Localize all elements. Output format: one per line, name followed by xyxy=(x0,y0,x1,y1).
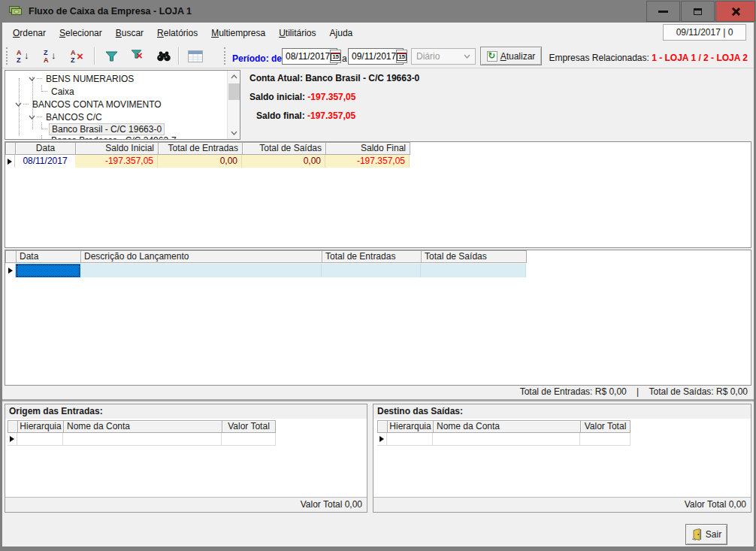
tree-item-bens-numerarios[interactable]: BENS NUMERARIOS xyxy=(5,72,136,85)
search-button[interactable] xyxy=(153,46,175,66)
origem-col-valor-total[interactable]: Valor Total xyxy=(222,420,276,433)
tree-item-bancos-conta-movimento[interactable]: BANCOS CONTA MOVIMENTO xyxy=(5,98,164,111)
period-to-label: a xyxy=(342,53,347,64)
tree-item-partial[interactable]: Banco Bradesco - C/C 34963-7 xyxy=(5,135,179,139)
origem-col-hierarquia[interactable]: Hierarquia xyxy=(17,420,64,433)
cell-data[interactable]: 08/11/2017 xyxy=(15,155,75,168)
cell-hierarquia[interactable] xyxy=(387,433,433,446)
cell-total-entradas[interactable]: 0,00 xyxy=(158,155,242,168)
refresh-icon: ↻ xyxy=(487,51,497,62)
tree-connector xyxy=(37,117,42,117)
menu-item-buscar[interactable]: Buscar xyxy=(109,23,150,43)
destino-panel-footer: Valor Total 0,00 xyxy=(373,497,751,512)
destino-col-nome-conta[interactable]: Nome da Conta xyxy=(433,420,581,433)
row-selector-header xyxy=(8,420,18,433)
sort-ascending-button[interactable]: AZ ↓ xyxy=(13,46,35,66)
menu-item-ajuda[interactable]: Ajuda xyxy=(323,23,360,43)
minimize-button[interactable] xyxy=(646,1,680,22)
sort-clear-button[interactable]: AZ × xyxy=(67,46,89,66)
saldo-final-value: -197.357,05 xyxy=(307,111,355,121)
detail-col-descricao[interactable]: Descrição do Lançamento xyxy=(80,250,322,263)
calendar-from-button[interactable]: 15 xyxy=(330,50,341,63)
saldo-inicial-value: -197.357,05 xyxy=(307,92,355,102)
daily-col-total-saidas[interactable]: Total de Saídas xyxy=(242,142,326,155)
cell-total-saidas[interactable] xyxy=(421,264,526,277)
cell-saldo-final[interactable]: -197.357,05 xyxy=(325,155,410,168)
cell-saldo-inicial[interactable]: -197.357,05 xyxy=(75,155,158,168)
minimize-icon xyxy=(658,11,668,13)
scroll-down-button[interactable] xyxy=(228,127,240,139)
close-icon xyxy=(731,7,740,16)
tree-scrollbar[interactable] xyxy=(227,71,240,139)
date-from-field[interactable]: 08/11/2017 15 xyxy=(282,48,337,65)
sort-za-icon: ZA ↓ xyxy=(44,49,59,64)
detail-col-data[interactable]: Data xyxy=(16,250,81,263)
cell-nome-conta[interactable] xyxy=(63,433,222,446)
date-from-value[interactable]: 08/11/2017 xyxy=(283,51,330,62)
saldo-inicial-label: Saldo inicial: xyxy=(249,92,305,102)
cell-descricao[interactable] xyxy=(80,264,322,277)
exit-button[interactable]: Sair xyxy=(685,524,727,545)
destino-panel: Destino das Saídas: Hierarquia Nome da C… xyxy=(373,404,751,513)
row-marker-icon xyxy=(380,436,384,442)
horizontal-splitter[interactable] xyxy=(2,399,754,401)
daily-col-saldo-final[interactable]: Saldo Final xyxy=(325,142,410,155)
view-mode-value: Diário xyxy=(416,51,440,62)
calendar-to-button[interactable]: 15 xyxy=(396,50,407,63)
report-button[interactable] xyxy=(184,46,207,66)
filter-button[interactable] xyxy=(100,46,122,66)
detail-col-total-entradas[interactable]: Total de Entradas xyxy=(322,250,422,263)
sort-clear-icon: AZ × xyxy=(71,49,86,64)
daily-col-data[interactable]: Data xyxy=(15,142,76,155)
exit-button-label: Sair xyxy=(706,529,721,540)
account-tree: BENS NUMERARIOS Caixa BANCOS CONTA MOVIM… xyxy=(5,70,240,140)
detail-col-total-saidas[interactable]: Total de Saídas xyxy=(421,250,527,263)
row-marker-icon xyxy=(8,268,13,274)
sort-descending-button[interactable]: ZA ↓ xyxy=(40,46,62,66)
maximize-button[interactable] xyxy=(681,1,715,22)
close-button[interactable] xyxy=(715,1,755,22)
menu-item-relatorios[interactable]: Relatórios xyxy=(150,23,204,43)
window-title: Fluxo de Caixa da Empresa - LOJA 1 xyxy=(29,6,192,17)
date-to-value[interactable]: 09/11/2017 xyxy=(349,51,396,62)
refresh-button[interactable]: ↻ Atualizar xyxy=(480,47,542,65)
menu-bar: Ordenar Selecionar Buscar Relatórios Mul… xyxy=(2,23,754,44)
cell-nome-conta[interactable] xyxy=(433,433,580,446)
chevron-expanded-icon xyxy=(28,77,35,81)
door-icon xyxy=(691,528,702,540)
scroll-up-button[interactable] xyxy=(228,71,240,83)
date-indicator: 09/11/2017 | 0 xyxy=(663,24,746,41)
cell-data-selected[interactable] xyxy=(16,264,80,277)
menu-item-selecionar[interactable]: Selecionar xyxy=(53,23,109,43)
date-to-field[interactable]: 09/11/2017 15 xyxy=(348,48,404,65)
cell-valor-total[interactable] xyxy=(222,433,276,446)
cell-hierarquia[interactable] xyxy=(17,433,63,446)
daily-col-saldo-inicial[interactable]: Saldo Inicial xyxy=(75,142,159,155)
view-mode-select[interactable]: Diário xyxy=(411,48,476,65)
toolbar-grip[interactable] xyxy=(224,47,227,65)
tree-item-banco-brasil[interactable]: Banco Brasil - C/C 19663-0 xyxy=(5,123,165,135)
daily-col-total-entradas[interactable]: Total de Entradas xyxy=(158,142,243,155)
cell-valor-total[interactable] xyxy=(580,433,631,446)
scroll-thumb[interactable] xyxy=(228,83,240,100)
destino-col-valor-total[interactable]: Valor Total xyxy=(580,420,631,433)
menu-item-multiempresa[interactable]: Multiempresa xyxy=(204,23,272,43)
menu-item-ordenar[interactable]: Ordenar xyxy=(6,23,53,43)
toolbar-separator xyxy=(94,47,95,65)
saldo-final-line: Saldo final: -197.357,05 xyxy=(256,111,355,121)
toolbar-grip[interactable] xyxy=(6,47,9,65)
total-entradas-text: Total de Entradas: R$ 0,00 xyxy=(520,386,627,397)
destino-col-hierarquia[interactable]: Hierarquia xyxy=(387,420,434,433)
filter-clear-button[interactable]: × xyxy=(127,46,150,66)
tree-item-caixa[interactable]: Caixa xyxy=(5,85,77,98)
row-selector-header xyxy=(5,250,17,263)
window-frame-left xyxy=(0,23,2,551)
tree-item-bancos-cc[interactable]: BANCOS C/C xyxy=(5,111,104,123)
cell-total-entradas[interactable] xyxy=(322,264,421,277)
window-frame-bottom xyxy=(0,546,756,551)
origem-col-nome-conta[interactable]: Nome da Conta xyxy=(63,420,222,433)
cell-total-saidas[interactable]: 0,00 xyxy=(242,155,325,168)
calendar-icon: 15 xyxy=(397,53,407,61)
menu-item-utilitarios[interactable]: Utilitários xyxy=(272,23,322,43)
toolbar: AZ ↓ ZA ↓ AZ × xyxy=(2,44,754,68)
